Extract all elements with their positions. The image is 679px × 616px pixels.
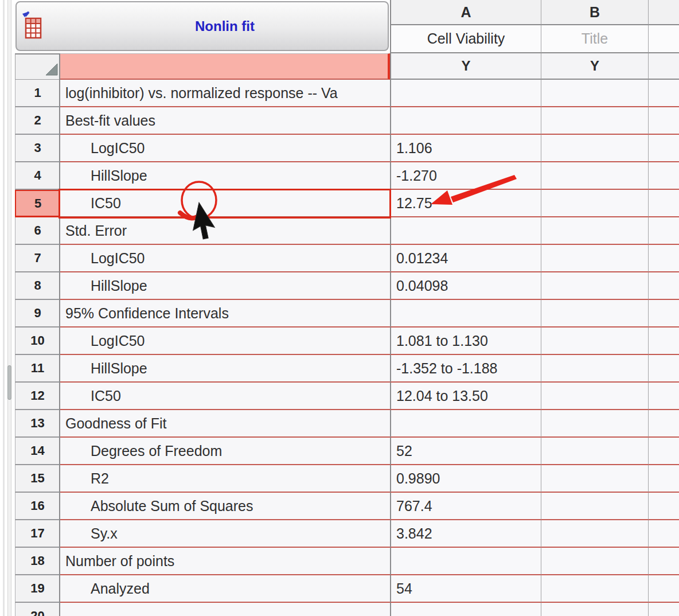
value-cell-c[interactable] [648, 575, 679, 603]
value-cell-c[interactable] [648, 520, 679, 548]
value-cell-c[interactable] [648, 245, 679, 272]
value-cell-a[interactable]: 52 [390, 438, 541, 465]
value-cell-b[interactable] [541, 465, 648, 493]
value-cell-c[interactable] [648, 272, 679, 300]
sheet-title-bar[interactable]: Nonlin fit [15, 1, 389, 51]
value-cell-a[interactable] [390, 80, 541, 107]
value-cell-c[interactable] [648, 135, 679, 162]
value-cell-b[interactable] [541, 135, 648, 162]
value-cell-b[interactable] [541, 245, 648, 272]
row-title-column-header[interactable] [60, 53, 390, 80]
row-number-cell[interactable]: 15 [15, 465, 60, 493]
row-title-cell[interactable]: Std. Error [60, 217, 390, 245]
value-cell-a[interactable]: 0.04098 [390, 272, 541, 300]
column-title-a[interactable]: Cell Viability [390, 25, 541, 53]
row-number-cell[interactable]: 6 [15, 217, 60, 245]
row-title-cell[interactable]: Degrees of Freedom [60, 438, 390, 465]
row-title-cell[interactable] [60, 603, 390, 616]
value-cell-c[interactable] [648, 162, 679, 190]
value-cell-b[interactable] [541, 410, 648, 438]
value-cell-c[interactable] [648, 383, 679, 410]
value-cell-c[interactable] [648, 410, 679, 438]
row-number-cell[interactable]: 2 [15, 107, 60, 135]
row-title-cell[interactable]: 95% Confidence Intervals [60, 300, 390, 328]
value-cell-a[interactable]: 0.9890 [390, 465, 541, 493]
value-cell-a[interactable] [390, 548, 541, 575]
row-number-cell[interactable]: 16 [15, 493, 60, 520]
value-cell-a[interactable]: 54 [390, 575, 541, 603]
row-title-cell[interactable]: HillSlope [60, 162, 390, 190]
value-cell-b[interactable] [541, 493, 648, 520]
row-number-cell[interactable]: 14 [15, 438, 60, 465]
value-cell-a[interactable]: -1.352 to -1.188 [390, 355, 541, 383]
column-header-a[interactable]: A [390, 0, 541, 25]
value-cell-b[interactable] [541, 575, 648, 603]
row-number-cell[interactable]: 17 [15, 520, 60, 548]
value-cell-a[interactable] [390, 300, 541, 328]
value-cell-c[interactable] [648, 548, 679, 575]
value-cell-a[interactable]: 3.842 [390, 520, 541, 548]
value-cell-c[interactable] [648, 328, 679, 355]
value-cell-a[interactable]: 12.75 [390, 190, 541, 217]
value-cell-b[interactable] [541, 107, 648, 135]
column-header-b[interactable]: B [541, 0, 648, 25]
value-cell-a[interactable]: 1.081 to 1.130 [390, 328, 541, 355]
value-cell-b[interactable] [541, 272, 648, 300]
value-cell-b[interactable] [541, 383, 648, 410]
row-number-cell[interactable]: 13 [15, 410, 60, 438]
select-all-corner[interactable] [15, 53, 60, 80]
value-cell-b[interactable] [541, 548, 648, 575]
value-cell-a[interactable]: 767.4 [390, 493, 541, 520]
column-title-c[interactable] [648, 25, 679, 53]
row-title-cell[interactable]: LogIC50 [60, 135, 390, 162]
row-number-cell[interactable]: 11 [15, 355, 60, 383]
value-cell-c[interactable] [648, 603, 679, 616]
value-cell-c[interactable] [648, 190, 679, 217]
column-header-c[interactable] [648, 0, 679, 25]
row-title-cell[interactable]: Absolute Sum of Squares [60, 493, 390, 520]
value-cell-a[interactable] [390, 410, 541, 438]
value-cell-b[interactable] [541, 300, 648, 328]
value-cell-a[interactable]: 0.01234 [390, 245, 541, 272]
value-cell-c[interactable] [648, 438, 679, 465]
value-cell-a[interactable]: -1.270 [390, 162, 541, 190]
value-cell-c[interactable] [648, 80, 679, 107]
row-title-cell[interactable]: log(inhibitor) vs. normalized response -… [60, 80, 390, 107]
value-cell-a[interactable] [390, 603, 541, 616]
row-number-cell[interactable]: 10 [15, 328, 60, 355]
row-title-cell[interactable]: R2 [60, 465, 390, 493]
row-number-cell[interactable]: 5 [15, 190, 60, 217]
row-title-cell[interactable]: HillSlope [60, 272, 390, 300]
value-cell-b[interactable] [541, 438, 648, 465]
row-title-cell[interactable]: IC50 [60, 190, 390, 217]
value-cell-b[interactable] [541, 603, 648, 616]
row-number-cell[interactable]: 4 [15, 162, 60, 190]
row-title-cell[interactable]: Goodness of Fit [60, 410, 390, 438]
value-cell-c[interactable] [648, 465, 679, 493]
row-title-cell[interactable]: HillSlope [60, 355, 390, 383]
row-title-cell[interactable]: Number of points [60, 548, 390, 575]
value-cell-a[interactable] [390, 107, 541, 135]
value-cell-b[interactable] [541, 80, 648, 107]
value-cell-b[interactable] [541, 328, 648, 355]
value-cell-c[interactable] [648, 355, 679, 383]
column-title-b[interactable]: Title [541, 25, 648, 53]
value-cell-b[interactable] [541, 162, 648, 190]
row-title-cell[interactable]: LogIC50 [60, 245, 390, 272]
row-number-cell[interactable]: 20 [15, 603, 60, 616]
row-number-cell[interactable]: 9 [15, 300, 60, 328]
row-number-cell[interactable]: 3 [15, 135, 60, 162]
value-cell-c[interactable] [648, 493, 679, 520]
value-cell-b[interactable] [541, 355, 648, 383]
value-cell-c[interactable] [648, 107, 679, 135]
row-title-cell[interactable]: IC50 [60, 383, 390, 410]
value-cell-c[interactable] [648, 217, 679, 245]
value-cell-a[interactable]: 1.106 [390, 135, 541, 162]
row-title-cell[interactable]: Analyzed [60, 575, 390, 603]
row-number-cell[interactable]: 7 [15, 245, 60, 272]
value-cell-b[interactable] [541, 217, 648, 245]
row-title-cell[interactable]: LogIC50 [60, 328, 390, 355]
row-number-cell[interactable]: 1 [15, 80, 60, 107]
row-number-cell[interactable]: 18 [15, 548, 60, 575]
value-cell-b[interactable] [541, 190, 648, 217]
